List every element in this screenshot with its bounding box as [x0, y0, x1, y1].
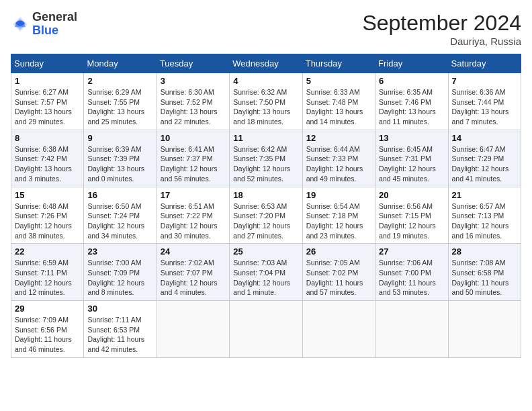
cell-info: Sunrise: 7:02 AMSunset: 7:07 PMDaylight:… [161, 258, 226, 298]
day-number: 16 [87, 190, 152, 200]
calendar-cell: 26Sunrise: 7:05 AMSunset: 7:02 PMDayligh… [302, 244, 375, 301]
calendar-cell [302, 301, 375, 358]
day-number: 29 [15, 304, 80, 314]
calendar-cell: 19Sunrise: 6:54 AMSunset: 7:18 PMDayligh… [302, 187, 375, 244]
cell-info: Sunrise: 6:53 AMSunset: 7:20 PMDaylight:… [233, 201, 298, 241]
calendar-cell: 28Sunrise: 7:08 AMSunset: 6:58 PMDayligh… [448, 244, 521, 301]
calendar-cell: 15Sunrise: 6:48 AMSunset: 7:26 PMDayligh… [11, 187, 84, 244]
calendar-cell: 20Sunrise: 6:56 AMSunset: 7:15 PMDayligh… [375, 187, 448, 244]
day-number: 23 [87, 246, 152, 257]
day-number: 26 [306, 246, 371, 257]
page-header: General Blue September 2024 Dauriya, Rus… [11, 11, 521, 47]
calendar-header-row: SundayMondayTuesdayWednesdayThursdayFrid… [11, 54, 521, 73]
calendar-week-row: 22Sunrise: 6:59 AMSunset: 7:11 PMDayligh… [11, 244, 521, 301]
cell-info: Sunrise: 6:29 AMSunset: 7:55 PMDaylight:… [87, 87, 152, 127]
cell-info: Sunrise: 6:51 AMSunset: 7:22 PMDaylight:… [161, 201, 226, 241]
day-number: 15 [15, 190, 80, 200]
day-number: 4 [233, 76, 298, 86]
day-number: 13 [379, 133, 444, 143]
day-number: 14 [452, 133, 517, 143]
day-number: 18 [233, 190, 298, 200]
calendar-cell: 29Sunrise: 7:09 AMSunset: 6:56 PMDayligh… [11, 301, 84, 358]
day-header-monday: Monday [84, 54, 157, 73]
cell-info: Sunrise: 6:32 AMSunset: 7:50 PMDaylight:… [233, 87, 298, 127]
calendar-cell: 25Sunrise: 7:03 AMSunset: 7:04 PMDayligh… [230, 244, 302, 301]
cell-info: Sunrise: 6:27 AMSunset: 7:57 PMDaylight:… [15, 87, 80, 127]
cell-info: Sunrise: 6:38 AMSunset: 7:42 PMDaylight:… [15, 144, 80, 184]
calendar-cell: 30Sunrise: 7:11 AMSunset: 6:53 PMDayligh… [84, 301, 157, 358]
calendar-cell: 6Sunrise: 6:35 AMSunset: 7:46 PMDaylight… [375, 73, 448, 130]
calendar-week-row: 15Sunrise: 6:48 AMSunset: 7:26 PMDayligh… [11, 187, 521, 244]
day-header-friday: Friday [375, 54, 448, 73]
location: Dauriya, Russia [362, 36, 521, 47]
day-number: 19 [306, 190, 371, 200]
cell-info: Sunrise: 6:47 AMSunset: 7:29 PMDaylight:… [452, 144, 517, 184]
calendar-cell: 11Sunrise: 6:42 AMSunset: 7:35 PMDayligh… [230, 130, 302, 187]
day-number: 6 [379, 76, 444, 86]
calendar-week-row: 29Sunrise: 7:09 AMSunset: 6:56 PMDayligh… [11, 301, 521, 358]
calendar-cell [448, 301, 521, 358]
calendar-week-row: 8Sunrise: 6:38 AMSunset: 7:42 PMDaylight… [11, 130, 521, 187]
cell-info: Sunrise: 6:56 AMSunset: 7:15 PMDaylight:… [379, 201, 444, 241]
calendar-cell: 12Sunrise: 6:44 AMSunset: 7:33 PMDayligh… [302, 130, 375, 187]
cell-info: Sunrise: 7:03 AMSunset: 7:04 PMDaylight:… [233, 258, 298, 298]
cell-info: Sunrise: 6:45 AMSunset: 7:31 PMDaylight:… [379, 144, 444, 184]
calendar-cell: 8Sunrise: 6:38 AMSunset: 7:42 PMDaylight… [11, 130, 84, 187]
day-number: 1 [15, 76, 80, 86]
month-title: September 2024 [362, 11, 521, 36]
cell-info: Sunrise: 6:44 AMSunset: 7:33 PMDaylight:… [306, 144, 371, 184]
day-number: 22 [15, 246, 80, 257]
calendar-cell: 7Sunrise: 6:36 AMSunset: 7:44 PMDaylight… [448, 73, 521, 130]
calendar-cell: 24Sunrise: 7:02 AMSunset: 7:07 PMDayligh… [157, 244, 229, 301]
day-number: 3 [161, 76, 226, 86]
calendar-cell [230, 301, 302, 358]
cell-info: Sunrise: 6:50 AMSunset: 7:24 PMDaylight:… [87, 201, 152, 241]
calendar-cell: 14Sunrise: 6:47 AMSunset: 7:29 PMDayligh… [448, 130, 521, 187]
cell-info: Sunrise: 6:41 AMSunset: 7:37 PMDaylight:… [161, 144, 226, 184]
calendar-table: SundayMondayTuesdayWednesdayThursdayFrid… [11, 54, 521, 358]
day-number: 7 [452, 76, 517, 86]
day-number: 12 [306, 133, 371, 143]
cell-info: Sunrise: 7:11 AMSunset: 6:53 PMDaylight:… [87, 315, 152, 355]
calendar-cell: 16Sunrise: 6:50 AMSunset: 7:24 PMDayligh… [84, 187, 157, 244]
calendar-cell: 9Sunrise: 6:39 AMSunset: 7:39 PMDaylight… [84, 130, 157, 187]
day-header-saturday: Saturday [448, 54, 521, 73]
calendar-cell: 22Sunrise: 6:59 AMSunset: 7:11 PMDayligh… [11, 244, 84, 301]
logo: General Blue [11, 11, 77, 38]
calendar-cell [157, 301, 229, 358]
day-number: 24 [161, 246, 226, 257]
calendar-cell: 27Sunrise: 7:06 AMSunset: 7:00 PMDayligh… [375, 244, 448, 301]
cell-info: Sunrise: 6:35 AMSunset: 7:46 PMDaylight:… [379, 87, 444, 127]
day-number: 2 [87, 76, 152, 86]
day-number: 30 [87, 304, 152, 314]
cell-info: Sunrise: 6:54 AMSunset: 7:18 PMDaylight:… [306, 201, 371, 241]
calendar-cell: 13Sunrise: 6:45 AMSunset: 7:31 PMDayligh… [375, 130, 448, 187]
cell-info: Sunrise: 6:59 AMSunset: 7:11 PMDaylight:… [15, 258, 80, 298]
day-number: 8 [15, 133, 80, 143]
calendar-cell: 17Sunrise: 6:51 AMSunset: 7:22 PMDayligh… [157, 187, 229, 244]
calendar-cell: 10Sunrise: 6:41 AMSunset: 7:37 PMDayligh… [157, 130, 229, 187]
day-number: 25 [233, 246, 298, 257]
calendar-cell: 23Sunrise: 7:00 AMSunset: 7:09 PMDayligh… [84, 244, 157, 301]
day-number: 21 [452, 190, 517, 200]
cell-info: Sunrise: 6:33 AMSunset: 7:48 PMDaylight:… [306, 87, 371, 127]
title-block: September 2024 Dauriya, Russia [362, 11, 521, 47]
day-number: 9 [87, 133, 152, 143]
cell-info: Sunrise: 7:09 AMSunset: 6:56 PMDaylight:… [15, 315, 80, 355]
day-number: 11 [233, 133, 298, 143]
cell-info: Sunrise: 7:05 AMSunset: 7:02 PMDaylight:… [306, 258, 371, 298]
calendar-cell [375, 301, 448, 358]
cell-info: Sunrise: 6:42 AMSunset: 7:35 PMDaylight:… [233, 144, 298, 184]
day-number: 28 [452, 246, 517, 257]
calendar-week-row: 1Sunrise: 6:27 AMSunset: 7:57 PMDaylight… [11, 73, 521, 130]
calendar-cell: 2Sunrise: 6:29 AMSunset: 7:55 PMDaylight… [84, 73, 157, 130]
cell-info: Sunrise: 6:48 AMSunset: 7:26 PMDaylight:… [15, 201, 80, 241]
calendar-cell: 3Sunrise: 6:30 AMSunset: 7:52 PMDaylight… [157, 73, 229, 130]
calendar-cell: 5Sunrise: 6:33 AMSunset: 7:48 PMDaylight… [302, 73, 375, 130]
calendar-cell: 4Sunrise: 6:32 AMSunset: 7:50 PMDaylight… [230, 73, 302, 130]
day-header-tuesday: Tuesday [157, 54, 229, 73]
logo-icon [11, 15, 30, 34]
cell-info: Sunrise: 6:39 AMSunset: 7:39 PMDaylight:… [87, 144, 152, 184]
cell-info: Sunrise: 7:08 AMSunset: 6:58 PMDaylight:… [452, 258, 517, 298]
day-header-wednesday: Wednesday [230, 54, 302, 73]
